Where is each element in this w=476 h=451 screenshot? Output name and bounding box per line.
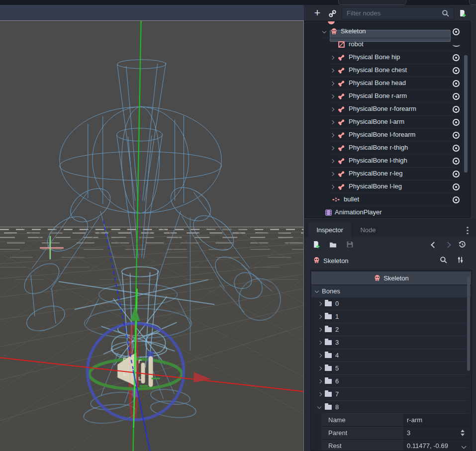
- eye-icon[interactable]: [453, 119, 460, 126]
- tree-row-bone-hip[interactable]: Physical Bone hip: [305, 51, 471, 64]
- eye-icon[interactable]: [453, 171, 460, 178]
- tree-row-robot[interactable]: robot: [305, 38, 471, 51]
- skeleton-icon: [313, 257, 320, 264]
- chevron-right-icon[interactable]: [330, 146, 334, 150]
- tree-row-bone-l-leg[interactable]: PhysicalBone l-leg: [305, 180, 471, 193]
- chevron-down-icon[interactable]: [462, 444, 467, 449]
- chevron-right-icon[interactable]: [330, 159, 334, 163]
- tree-row-skeleton[interactable]: Skeleton: [305, 25, 471, 38]
- chevron-down-icon[interactable]: [322, 29, 326, 33]
- tree-row-bone-r-forearm[interactable]: PhysicalBone r-forearm: [305, 103, 471, 116]
- chevron-right-icon[interactable]: [330, 82, 334, 86]
- chevron-right-icon[interactable]: [330, 56, 334, 60]
- scene-tree-panel: Skeleton robot Physical Bone hip Physica…: [304, 21, 471, 218]
- chevron-down-icon: [315, 289, 319, 293]
- tree-row-label: Skeleton: [341, 27, 366, 35]
- chevron-right-icon[interactable]: [330, 69, 334, 73]
- add-node-button[interactable]: +: [311, 6, 323, 19]
- tree-row-bone-r-arm[interactable]: Physical Bone r-arm: [305, 90, 471, 103]
- bone-row-6[interactable]: 6: [311, 375, 471, 388]
- attach-script-button[interactable]: [456, 7, 468, 19]
- property-label: Name: [328, 416, 346, 424]
- chevron-right-icon[interactable]: [330, 172, 334, 176]
- tree-row-bone-l-arm[interactable]: PhysicalBone l-arm: [305, 116, 471, 129]
- property-value[interactable]: 0.11477, -0.69: [407, 442, 448, 450]
- tree-row-label: PhysicalBone l-forearm: [349, 131, 415, 138]
- inspector-panel: Skeleton Bones 0 1 2 3 4 5 6 7 8 Name r-…: [310, 270, 472, 451]
- position3d-icon: [332, 196, 340, 203]
- chevron-right-icon[interactable]: [330, 185, 334, 189]
- bone-icon: [338, 144, 345, 152]
- bone-icon: [338, 80, 345, 87]
- filter-nodes-input[interactable]: [342, 7, 454, 19]
- property-row-rest[interactable]: Rest 0.11477, -0.69: [311, 440, 471, 451]
- eye-icon[interactable]: [453, 54, 460, 61]
- bone-icon: [338, 92, 345, 100]
- folder-icon: [325, 327, 332, 332]
- folder-icon: [325, 366, 332, 371]
- tree-row-bone-r-leg[interactable]: PhysicalBone r-leg: [305, 168, 471, 180]
- inspector-search-icon[interactable]: [440, 256, 450, 266]
- eye-icon[interactable]: [453, 132, 460, 139]
- eye-icon[interactable]: [453, 67, 460, 74]
- bone-row-2[interactable]: 2: [311, 323, 471, 336]
- tree-row-bone-r-thigh[interactable]: PhysicalBone r-thigh: [305, 142, 471, 155]
- eye-icon[interactable]: [453, 80, 460, 87]
- bone-icon: [338, 105, 345, 113]
- menu-dots-icon[interactable]: [467, 225, 469, 236]
- tree-scrollbar[interactable]: [464, 55, 468, 173]
- property-row-parent[interactable]: Parent 3: [311, 427, 471, 440]
- folder-icon: [325, 405, 332, 410]
- skeleton-icon: [330, 28, 338, 35]
- bone-row-3[interactable]: 3: [311, 336, 471, 349]
- tree-row-label: PhysicalBone r-thigh: [349, 144, 408, 151]
- property-value[interactable]: 3: [407, 429, 410, 437]
- bone-row-4[interactable]: 4: [311, 349, 471, 362]
- eye-icon[interactable]: [453, 28, 460, 35]
- bone-row-0[interactable]: 0: [311, 297, 471, 310]
- instance-scene-button[interactable]: [327, 8, 338, 19]
- new-resource-button[interactable]: [312, 241, 322, 251]
- bone-icon: [338, 67, 345, 74]
- eye-closed-icon[interactable]: [453, 42, 460, 47]
- tab-inspector[interactable]: Inspector: [308, 222, 351, 237]
- bone-row-1[interactable]: 1: [311, 310, 471, 323]
- tree-row-bone-chest[interactable]: Physical Bone chest: [305, 64, 471, 77]
- property-row-name[interactable]: Name r-arm: [311, 414, 471, 427]
- tree-row-bullet[interactable]: bullet: [305, 193, 471, 206]
- tab-node[interactable]: Node: [353, 222, 383, 237]
- tab-label: Node: [360, 226, 376, 234]
- save-resource-button[interactable]: [346, 241, 356, 251]
- eye-icon[interactable]: [453, 106, 460, 113]
- tab-label: Inspector: [316, 226, 343, 234]
- load-resource-button[interactable]: [329, 241, 339, 251]
- bone-row-7[interactable]: 7: [311, 388, 471, 401]
- chevron-right-icon[interactable]: [330, 94, 334, 98]
- inspector-header-label: Skeleton: [383, 274, 409, 282]
- tree-row-bone-head[interactable]: Physical Bone head: [305, 77, 471, 90]
- tree-row-partial: [305, 21, 471, 25]
- bone-row-8[interactable]: 8: [311, 401, 471, 414]
- chevron-right-icon[interactable]: [330, 107, 334, 111]
- inspector-scrollbar[interactable]: [467, 276, 470, 371]
- viewport-canvas[interactable]: [0, 20, 304, 451]
- eye-icon[interactable]: [453, 158, 460, 165]
- property-value[interactable]: r-arm: [407, 416, 422, 424]
- tree-row-label: Physical Bone hip: [349, 53, 400, 61]
- eye-icon[interactable]: [453, 93, 460, 100]
- tree-row-bone-l-forearm[interactable]: PhysicalBone l-forearm: [305, 129, 471, 142]
- bone-row-5[interactable]: 5: [311, 362, 471, 375]
- tree-row-animation-player[interactable]: AnimationPlayer: [305, 206, 471, 218]
- chevron-right-icon[interactable]: [330, 133, 334, 137]
- bone-icon: [338, 54, 345, 61]
- object-tools-icon[interactable]: [457, 256, 467, 266]
- eye-icon[interactable]: [453, 145, 460, 152]
- chevron-right-icon[interactable]: [330, 120, 334, 124]
- tree-row-bone-l-thigh[interactable]: PhysicalBone l-thigh: [305, 155, 471, 168]
- section-bones[interactable]: Bones: [311, 285, 471, 297]
- eye-icon[interactable]: [453, 196, 460, 203]
- history-icon[interactable]: [459, 241, 469, 251]
- spinner-icon[interactable]: [461, 430, 465, 436]
- tree-row-label: AnimationPlayer: [335, 208, 382, 216]
- eye-icon[interactable]: [453, 183, 460, 190]
